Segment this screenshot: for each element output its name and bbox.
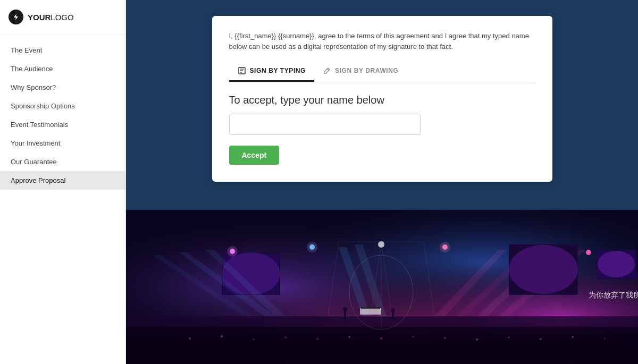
pen-icon — [323, 66, 331, 75]
sidebar-item-why-sponsor[interactable]: Why Sponsor? — [0, 78, 125, 97]
svg-point-63 — [540, 338, 542, 340]
svg-point-60 — [444, 337, 446, 339]
concert-area: 为你放弃了我所有 为你放弃了我所有 — [126, 210, 638, 364]
sidebar-item-the-audience[interactable]: The Audience — [0, 60, 125, 78]
svg-point-32 — [307, 242, 317, 252]
svg-point-59 — [413, 336, 414, 337]
accept-button[interactable]: Accept — [229, 146, 280, 165]
svg-point-54 — [253, 339, 255, 341]
main-content: I, {{first_name}} {{surname}}, agree to … — [126, 0, 638, 364]
sidebar: YOURLOGO The Event The Audience Why Spon… — [0, 0, 126, 364]
svg-point-52 — [189, 337, 191, 340]
logo-area: YOURLOGO — [0, 0, 125, 35]
svg-point-53 — [221, 335, 223, 337]
book-icon — [238, 66, 246, 75]
sidebar-nav: The Event The Audience Why Sponsor? Spon… — [0, 35, 125, 364]
concert-background: 为你放弃了我所有 — [126, 210, 638, 364]
svg-point-55 — [284, 336, 287, 338]
svg-point-44 — [598, 251, 635, 277]
signature-tabs: SIGN BY TYPING SIGN BY DRAWING — [229, 62, 535, 82]
svg-point-33 — [378, 241, 384, 248]
sidebar-item-approve-proposal[interactable]: Approve Proposal — [0, 171, 125, 190]
svg-point-48 — [343, 307, 347, 311]
svg-point-35 — [440, 242, 450, 252]
svg-rect-46 — [361, 307, 380, 309]
svg-point-41 — [509, 245, 578, 294]
svg-point-50 — [391, 309, 395, 312]
sidebar-item-our-guarantee[interactable]: Our Guarantee — [0, 153, 125, 171]
top-area: I, {{first_name}} {{surname}}, agree to … — [126, 0, 638, 210]
svg-point-61 — [476, 338, 478, 341]
svg-point-56 — [317, 338, 318, 340]
svg-point-58 — [380, 337, 382, 340]
svg-text:为你放弃了我所有: 为你放弃了我所有 — [589, 291, 638, 299]
svg-point-64 — [572, 336, 574, 338]
logo-icon — [9, 10, 23, 24]
svg-point-38 — [586, 250, 591, 255]
agreement-text: I, {{first_name}} {{surname}}, agree to … — [229, 31, 535, 52]
svg-rect-47 — [344, 311, 346, 320]
svg-point-65 — [604, 338, 606, 340]
tab-drawing-label: SIGN BY DRAWING — [335, 67, 398, 74]
tab-sign-by-typing[interactable]: SIGN BY TYPING — [229, 62, 315, 82]
svg-point-30 — [227, 246, 238, 257]
sidebar-item-the-event[interactable]: The Event — [0, 41, 125, 60]
sidebar-item-event-testimonials[interactable]: Event Testimonials — [0, 115, 125, 134]
svg-point-62 — [508, 337, 510, 338]
name-input[interactable] — [229, 114, 421, 135]
tab-sign-by-drawing[interactable]: SIGN BY DRAWING — [314, 62, 407, 82]
svg-point-57 — [348, 336, 350, 338]
tab-typing-label: SIGN BY TYPING — [250, 67, 306, 74]
logo-text: YOURLOGO — [28, 13, 74, 22]
svg-marker-0 — [14, 14, 18, 20]
signature-modal: I, {{first_name}} {{surname}}, agree to … — [212, 16, 552, 182]
sidebar-item-sponsorship-options[interactable]: Sponsorship Options — [0, 97, 125, 115]
accept-label: To accept, type your name below — [229, 94, 535, 106]
svg-rect-49 — [392, 312, 394, 320]
sidebar-item-your-investment[interactable]: Your Investment — [0, 134, 125, 153]
